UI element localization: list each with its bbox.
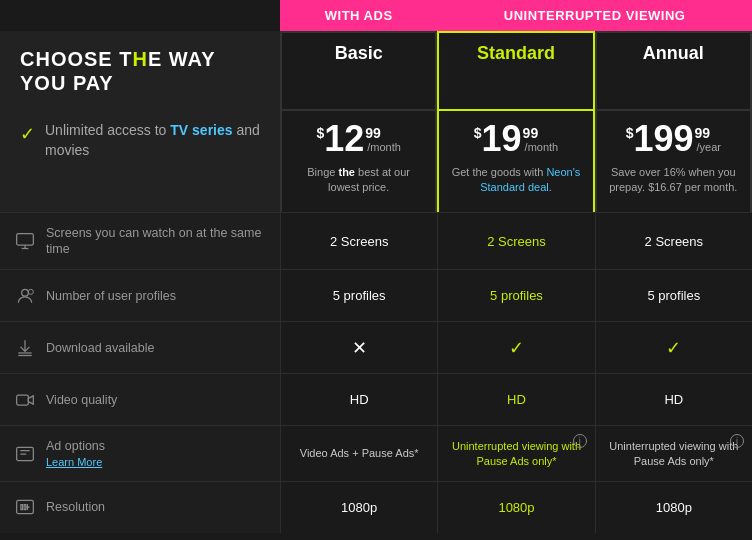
price-section: ✓ Unlimited access to TV series and movi…	[0, 111, 752, 212]
ads-annual-text: Uninterrupted viewing with Pause Ads onl…	[604, 439, 744, 468]
resolution-icon	[14, 496, 36, 518]
basic-price-main: $ 12 99 /month	[290, 121, 427, 159]
ads-standard-info-icon[interactable]: i	[573, 434, 587, 448]
download-standard-value: ✓	[437, 322, 594, 373]
quality-basic-value: HD	[280, 374, 437, 425]
profiles-annual-value: 5 profiles	[595, 270, 752, 321]
basic-price-cents: 99	[365, 125, 381, 141]
quality-label-cell: Video quality	[0, 374, 280, 425]
unlimited-checkmark: ✓	[20, 123, 35, 145]
annual-price-main: $ 199 99 /year	[605, 121, 742, 159]
feature-row-profiles: Number of user profiles 5 profiles 5 pro…	[0, 269, 752, 321]
basic-price-number: 12	[324, 121, 364, 157]
ads-basic-text: Video Ads + Pause Ads*	[296, 446, 423, 460]
annual-price-period: /year	[697, 141, 721, 153]
svg-rect-7	[17, 501, 34, 514]
annual-price-number: 199	[633, 121, 693, 157]
screens-label: Screens you can watch on at the same tim…	[46, 225, 266, 258]
screens-annual-value: 2 Screens	[595, 213, 752, 270]
profiles-standard-value: 5 profiles	[437, 270, 594, 321]
download-label: Download available	[46, 340, 154, 356]
feature-row-quality: Video quality HD HD HD	[0, 373, 752, 425]
download-icon	[14, 337, 36, 359]
choose-title-cell: CHOOSE THE WAY YOU PAY	[0, 31, 280, 111]
svg-rect-5	[17, 395, 29, 405]
quality-label: Video quality	[46, 392, 117, 408]
choose-title: CHOOSE THE WAY YOU PAY	[20, 47, 260, 95]
download-basic-x: ✕	[352, 337, 367, 359]
plan-standard-name-cell[interactable]: Standard	[437, 31, 594, 111]
plan-annual-name-cell[interactable]: Annual	[595, 31, 752, 111]
standard-price-period: /month	[525, 141, 559, 153]
standard-price-main: $ 19 99 /month	[447, 121, 584, 159]
resolution-annual-value: 1080p	[595, 482, 752, 533]
standard-price-desc: Get the goods with Neon's Standard deal.	[447, 165, 584, 196]
download-annual-value: ✓	[595, 322, 752, 373]
basic-price-desc: Binge the best at our lowest price.	[290, 165, 427, 196]
plan-annual-label: Annual	[643, 43, 704, 63]
download-basic-value: ✕	[280, 322, 437, 373]
unlimited-desc-cell: ✓ Unlimited access to TV series and movi…	[0, 111, 280, 212]
download-label-cell: Download available	[0, 322, 280, 373]
annual-price-cell: $ 199 99 /year Save over 16% when you pr…	[595, 111, 752, 212]
ads-basic-value: Video Ads + Pause Ads*	[280, 426, 437, 481]
cta-section: Select Standard Plan	[0, 533, 752, 540]
uninterrupted-header: UNINTERRUPTED VIEWING	[437, 0, 752, 31]
video-icon	[14, 389, 36, 411]
svg-point-4	[28, 289, 33, 294]
resolution-basic-value: 1080p	[280, 482, 437, 533]
plan-basic-name-cell[interactable]: Basic	[280, 31, 437, 111]
basic-price-period: /month	[367, 141, 401, 153]
learn-more-link[interactable]: Learn More	[46, 455, 105, 469]
standard-price-cents: 99	[523, 125, 539, 141]
column-headers: WITH ADS UNINTERRUPTED VIEWING	[0, 0, 752, 31]
plan-basic-label: Basic	[335, 43, 383, 63]
annual-price-desc: Save over 16% when you prepay. $16.67 pe…	[605, 165, 742, 196]
screens-basic-value: 2 Screens	[280, 213, 437, 270]
resolution-label-cell: Resolution	[0, 482, 280, 533]
header-empty	[0, 0, 280, 31]
title-highlight: H	[132, 48, 147, 70]
screens-standard-value: 2 Screens	[437, 213, 594, 270]
feature-row-resolution: Resolution 1080p 1080p 1080p	[0, 481, 752, 533]
ads-standard-value: Uninterrupted viewing with Pause Ads onl…	[437, 426, 594, 481]
basic-price-cell: $ 12 99 /month Binge the best at our low…	[280, 111, 437, 212]
ad-icon	[14, 443, 36, 465]
download-standard-check: ✓	[509, 337, 524, 359]
profiles-basic-value: 5 profiles	[280, 270, 437, 321]
download-annual-check: ✓	[666, 337, 681, 359]
profiles-label: Number of user profiles	[46, 288, 176, 304]
plan-standard-label: Standard	[477, 43, 555, 63]
resolution-label: Resolution	[46, 499, 105, 515]
features-table: Screens you can watch on at the same tim…	[0, 212, 752, 533]
svg-rect-0	[17, 234, 34, 246]
profiles-label-cell: Number of user profiles	[0, 270, 280, 321]
standard-desc-highlight: Neon's Standard deal.	[480, 166, 580, 193]
basic-dollar: $	[316, 125, 324, 141]
annual-price-cents: 99	[695, 125, 711, 141]
pricing-container: WITH ADS UNINTERRUPTED VIEWING CHOOSE TH…	[0, 0, 752, 540]
screens-label-cell: Screens you can watch on at the same tim…	[0, 213, 280, 270]
screen-icon	[14, 230, 36, 252]
profile-icon	[14, 285, 36, 307]
quality-annual-value: HD	[595, 374, 752, 425]
plan-names: CHOOSE THE WAY YOU PAY Basic Standard An…	[0, 31, 752, 111]
unlimited-text: Unlimited access to TV series and movies	[45, 121, 260, 160]
ads-standard-text: Uninterrupted viewing with Pause Ads onl…	[446, 439, 586, 468]
unlimited-highlight: TV series	[170, 122, 232, 138]
standard-price-cell: $ 19 99 /month Get the goods with Neon's…	[437, 111, 594, 212]
standard-dollar: $	[474, 125, 482, 141]
ads-label-cell: Ad options Learn More	[0, 426, 280, 481]
ads-header: WITH ADS	[280, 0, 437, 31]
feature-row-ads: Ad options Learn More Video Ads + Pause …	[0, 425, 752, 481]
resolution-standard-value: 1080p	[437, 482, 594, 533]
feature-row-download: Download available ✕ ✓ ✓	[0, 321, 752, 373]
annual-dollar: $	[626, 125, 634, 141]
ads-annual-value: Uninterrupted viewing with Pause Ads onl…	[595, 426, 752, 481]
quality-standard-value: HD	[437, 374, 594, 425]
ads-label-text: Ad options Learn More	[46, 438, 105, 469]
svg-point-3	[22, 289, 29, 296]
standard-price-number: 19	[482, 121, 522, 157]
feature-row-screens: Screens you can watch on at the same tim…	[0, 212, 752, 270]
